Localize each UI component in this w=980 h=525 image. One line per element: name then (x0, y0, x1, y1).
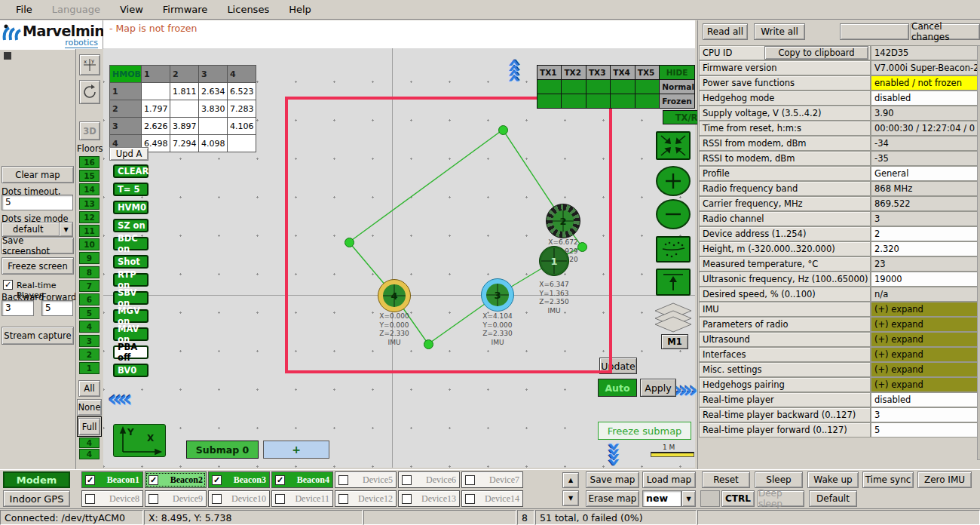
blank-button[interactable] (840, 23, 909, 40)
device-button-beacon2[interactable]: ✓Beacon2 (145, 471, 207, 488)
device-button-device6[interactable]: Device6 (398, 471, 460, 488)
menu-item-licenses[interactable]: Licenses (217, 1, 279, 18)
param-value[interactable]: (+) expand (871, 317, 978, 332)
floor-button-7[interactable]: 7 (79, 280, 100, 292)
map-canvas[interactable]: X=0.000Y=0.000Z=2.330IMU X=4.104Y=0.000Z… (103, 48, 695, 468)
reset-button[interactable]: Reset (702, 471, 750, 488)
param-value[interactable]: (+) expand (871, 377, 978, 392)
tx-cell[interactable] (611, 80, 635, 94)
device-button-device7[interactable]: Device7 (461, 471, 523, 488)
device-checkbox[interactable]: ✓ (275, 475, 285, 485)
beacon-4[interactable]: 4 (378, 279, 411, 312)
tx-cell[interactable] (537, 80, 562, 94)
freeze-screen-button[interactable]: Freeze screen (2, 257, 74, 275)
dropdown-arrow-icon[interactable]: ▼ (59, 222, 73, 237)
menu-item-help[interactable]: Help (279, 1, 321, 18)
param-value[interactable]: (+) expand (871, 347, 978, 362)
floor-button-9[interactable]: 9 (79, 252, 100, 264)
device-button-device14[interactable]: Device14 (461, 490, 523, 507)
read-all-button[interactable]: Read all (703, 23, 748, 40)
device-checkbox[interactable] (465, 475, 475, 485)
device-button-beacon3[interactable]: ✓Beacon3 (208, 471, 270, 488)
menu-item-view[interactable]: View (110, 1, 153, 18)
floor-button-4[interactable]: 4 (79, 321, 100, 333)
scroll-down-button[interactable]: ▼ (562, 490, 579, 506)
clear-map-button[interactable]: Clear map (2, 166, 74, 183)
ctrl-button[interactable]: CTRL (721, 490, 755, 507)
device-button-device12[interactable]: Device12 (335, 490, 397, 507)
floor-button-10[interactable]: 10 (79, 238, 100, 250)
dots-timeout-input[interactable]: 5 (2, 195, 73, 210)
floor-button-3[interactable]: 3 (79, 335, 100, 347)
menu-item-language[interactable]: Language (42, 1, 110, 18)
param-value[interactable]: (+) expand (871, 302, 978, 317)
tx-cell[interactable] (586, 80, 610, 94)
device-checkbox[interactable] (402, 475, 412, 485)
tx-cell[interactable] (586, 94, 610, 109)
map-vertex-dot[interactable] (498, 125, 508, 135)
map-vertex-dot[interactable] (424, 339, 433, 349)
floor-button-12[interactable]: 12 (79, 211, 100, 223)
select-all-button[interactable]: All (78, 380, 100, 397)
tx-cell[interactable] (635, 94, 659, 109)
select-none-button[interactable]: None (77, 399, 102, 416)
device-checkbox[interactable] (212, 494, 222, 504)
wake-up-button[interactable]: Wake up (807, 471, 859, 488)
erase-map-button[interactable]: Erase map (586, 490, 639, 507)
tx-hide-button[interactable]: HIDE (660, 66, 695, 80)
device-button-device9[interactable]: Device9 (145, 490, 207, 507)
indoor-gps-button[interactable]: Indoor GPS (3, 490, 70, 507)
map-vertex-dot[interactable] (345, 238, 354, 247)
device-button-device13[interactable]: Device13 (398, 490, 460, 507)
select-full-button[interactable]: Full (78, 418, 100, 435)
device-checkbox[interactable] (465, 494, 475, 504)
device-button-beacon4[interactable]: ✓Beacon4 (271, 471, 333, 488)
stream-capture-button[interactable]: Stream capture (2, 327, 74, 345)
save-screenshot-button[interactable]: Save screenshot (2, 238, 74, 254)
device-button-device10[interactable]: Device10 (208, 490, 270, 507)
scroll-up-button[interactable]: ▲ (562, 472, 579, 488)
time-sync-button[interactable]: Time sync (862, 471, 914, 488)
view-3d-button[interactable]: 3D (79, 121, 100, 140)
floor-button-2[interactable]: 2 (79, 348, 100, 361)
tx-normal-label[interactable]: Normal (660, 80, 695, 94)
beacon-2[interactable]: 2 (546, 204, 580, 238)
tx-cell[interactable] (537, 94, 562, 109)
floor-button-8[interactable]: 8 (79, 266, 100, 278)
device-checkbox[interactable] (338, 475, 348, 485)
floor-button-15[interactable]: 15 (79, 170, 100, 182)
tx-frozen-label[interactable]: Frozen (660, 94, 695, 109)
menu-item-file[interactable]: File (6, 1, 42, 18)
upd-a-button[interactable]: Upd A (109, 147, 149, 161)
backward-input[interactable]: 3 (2, 300, 34, 316)
floor-button-11[interactable]: 11 (79, 225, 100, 237)
rotate-map-button[interactable] (79, 80, 100, 104)
deep-sleep-button[interactable]: Deep sleep (758, 490, 804, 507)
sleep-button[interactable]: Sleep (755, 471, 803, 488)
tx-cell[interactable] (611, 94, 635, 109)
axis-toggle-button[interactable]: xy (79, 54, 100, 75)
param-value[interactable]: (+) expand (871, 332, 978, 347)
forward-input[interactable]: 5 (41, 300, 73, 316)
default-button[interactable]: Default (809, 490, 857, 507)
copy-to-clipboard-button[interactable]: Copy to clipboard (764, 46, 868, 60)
floor-button-6[interactable]: 6 (79, 293, 100, 305)
floor-button-1[interactable]: 1 (79, 362, 100, 374)
device-checkbox[interactable] (402, 494, 412, 504)
device-checkbox[interactable]: ✓ (149, 475, 158, 485)
tx-cell[interactable] (562, 94, 586, 109)
tx-cell[interactable] (562, 80, 586, 94)
map-name-select[interactable]: new (642, 490, 681, 507)
floor-button-5[interactable]: 5 (79, 307, 100, 319)
menu-item-firmware[interactable]: Firmware (153, 1, 218, 18)
cancel-changes-button[interactable]: Cancel changes (911, 23, 980, 40)
device-checkbox[interactable] (85, 494, 95, 504)
floor-button-14[interactable]: 14 (79, 183, 100, 195)
floor-extra-4b[interactable]: 4 (79, 449, 100, 459)
param-value[interactable]: (+) expand (871, 362, 978, 377)
beacon-1[interactable]: 1 (539, 246, 569, 276)
device-button-device11[interactable]: Device11 (271, 490, 333, 507)
floor-button-16[interactable]: 16 (79, 156, 100, 168)
zero-imu-button[interactable]: Zero IMU (917, 471, 972, 488)
load-map-button[interactable]: Load map (642, 471, 696, 488)
